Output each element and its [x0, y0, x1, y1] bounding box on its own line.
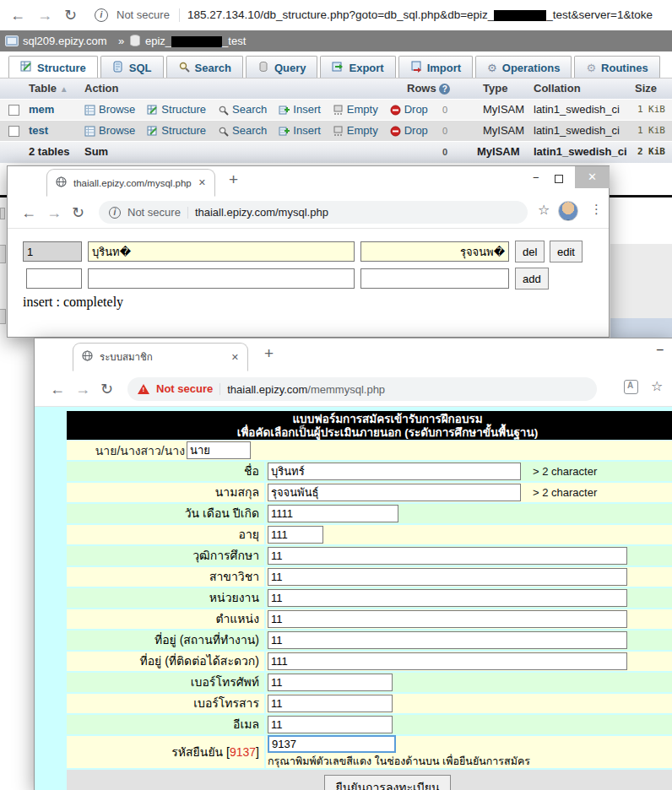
- row-checkbox[interactable]: [8, 105, 19, 116]
- browse-link[interactable]: Browse: [84, 100, 135, 120]
- forward-icon[interactable]: →: [46, 198, 62, 228]
- insert-link[interactable]: Insert: [279, 121, 321, 141]
- minimize-icon[interactable]: −: [533, 171, 539, 184]
- field-label: อีเมล: [67, 715, 264, 734]
- browser-tab[interactable]: ระบบสมาชิก ✕: [73, 343, 248, 371]
- structure-link[interactable]: Structure: [147, 121, 206, 141]
- edit-button[interactable]: edit: [550, 241, 583, 262]
- tab-import[interactable]: Import: [398, 56, 473, 78]
- tab-export[interactable]: Export: [320, 56, 395, 78]
- star-icon[interactable]: ☆: [538, 202, 550, 218]
- organization-input[interactable]: [268, 589, 627, 607]
- record-id-field[interactable]: [23, 241, 82, 262]
- back-icon[interactable]: ←: [10, 0, 25, 30]
- browser-tab[interactable]: thaiall.epizy.com/mysql.php ✕: [46, 169, 215, 197]
- lastname-input[interactable]: [268, 484, 521, 501]
- close-window-icon[interactable]: ✕: [575, 166, 610, 188]
- field-label: ชื่อ: [67, 462, 264, 481]
- search-link[interactable]: Search: [218, 100, 267, 120]
- form-page: แบบฟอร์มการสมัครเข้ารับการฝึกอบรม เพื่อค…: [35, 407, 672, 790]
- tab-sql[interactable]: SQL: [100, 56, 164, 78]
- new-surname-field[interactable]: [360, 268, 509, 289]
- record-name-field[interactable]: [88, 241, 355, 262]
- info-icon[interactable]: i: [95, 8, 108, 22]
- minimize-icon[interactable]: −: [656, 343, 664, 358]
- page-fragment: [0, 309, 6, 324]
- captcha-row: รหัสยืนยัน [9137] กรุณาพิมพ์ตัวเลขสีแดง …: [67, 736, 672, 768]
- submit-button[interactable]: ยืนยันการลงทะเบียน: [324, 775, 450, 790]
- new-tab-icon[interactable]: +: [229, 170, 238, 189]
- new-name-field[interactable]: [88, 268, 355, 289]
- structure-link[interactable]: Structure: [147, 100, 206, 120]
- close-tab-icon[interactable]: ✕: [198, 177, 206, 188]
- phone-input[interactable]: [268, 674, 393, 691]
- major-input[interactable]: [268, 568, 627, 586]
- table-footer-row: 2 tables Sum 0 MyISAM latin1_swedish_ci …: [0, 142, 672, 163]
- new-tab-icon[interactable]: +: [264, 344, 274, 363]
- breadcrumb-host[interactable]: sql209.epizy.com: [23, 30, 106, 51]
- url-pill[interactable]: i Not secure thaiall.epizy.com/mysql.php: [99, 201, 528, 224]
- captcha-input[interactable]: [268, 735, 396, 753]
- insert-link[interactable]: Insert: [279, 100, 321, 120]
- reload-icon[interactable]: ↻: [72, 198, 84, 228]
- age-input[interactable]: [268, 526, 323, 544]
- page-fragment: [0, 245, 6, 263]
- reload-icon[interactable]: ↻: [64, 0, 77, 30]
- field-label: นาย/นางสาว/นาง: [67, 441, 185, 460]
- form-row: เบอร์โทรศัพท์: [67, 673, 672, 692]
- del-button[interactable]: del: [515, 241, 545, 262]
- close-tab-icon[interactable]: ✕: [231, 352, 239, 363]
- maximize-icon[interactable]: [555, 175, 563, 183]
- back-icon[interactable]: ←: [50, 374, 65, 404]
- browse-link[interactable]: Browse: [84, 121, 135, 141]
- fax-input[interactable]: [268, 695, 393, 712]
- avatar[interactable]: [558, 201, 578, 221]
- wrench-icon: ⚙: [487, 62, 497, 74]
- menu-dots-icon[interactable]: ⋮: [590, 202, 603, 217]
- forward-icon[interactable]: →: [75, 374, 90, 404]
- birthdate-input[interactable]: [268, 505, 398, 522]
- back-icon[interactable]: ←: [21, 198, 36, 228]
- title-input[interactable]: [187, 441, 251, 459]
- star-icon[interactable]: ☆: [651, 378, 663, 394]
- education-input[interactable]: [268, 547, 627, 565]
- reload-icon[interactable]: ↻: [100, 374, 113, 404]
- tab-operations[interactable]: ⚙ Operations: [475, 56, 572, 78]
- collation-value[interactable]: latin1_swedish_ci: [534, 100, 620, 120]
- new-id-field[interactable]: [26, 268, 82, 289]
- table-row: mem Browse Structure Search Insert Empty…: [0, 100, 672, 120]
- record-surname-field[interactable]: [360, 241, 509, 262]
- tab-query[interactable]: Query: [246, 56, 318, 78]
- breadcrumb-db[interactable]: epiz__test: [145, 30, 246, 51]
- email-input[interactable]: [268, 716, 393, 733]
- position-input[interactable]: [268, 610, 627, 628]
- col-action: Action: [84, 78, 118, 99]
- url-pill[interactable]: Not secure thaiall.epizy.com/memmysql.ph…: [127, 377, 597, 401]
- tab-structure[interactable]: Structure: [8, 56, 98, 78]
- firstname-input[interactable]: [268, 463, 521, 480]
- table-name[interactable]: test: [29, 121, 48, 141]
- search-link[interactable]: Search: [218, 121, 267, 141]
- tab-search[interactable]: Search: [166, 56, 243, 78]
- empty-link[interactable]: Empty: [333, 100, 378, 120]
- url-text[interactable]: 185.27.134.10/db_structure.php?goto=db_s…: [187, 0, 653, 30]
- empty-link[interactable]: Empty: [333, 121, 378, 141]
- col-table[interactable]: Table ▲: [29, 78, 68, 100]
- db-suffix: _test: [222, 35, 246, 47]
- info-icon[interactable]: i: [109, 207, 121, 219]
- drop-icon: [390, 105, 401, 116]
- work-address-input[interactable]: [268, 631, 627, 649]
- collation-value[interactable]: latin1_swedish_ci: [534, 121, 620, 141]
- forward-icon[interactable]: →: [37, 0, 52, 30]
- insert-icon: [279, 105, 290, 116]
- add-button[interactable]: add: [515, 268, 549, 289]
- tab-routines[interactable]: ⚙ Routines: [574, 56, 659, 78]
- table-header-row: Table ▲ Action Rows ? Type Collation Siz…: [0, 78, 672, 99]
- contact-address-input[interactable]: [268, 652, 627, 670]
- translate-icon[interactable]: [624, 380, 638, 394]
- row-checkbox[interactable]: [8, 126, 19, 137]
- page-fragment: [610, 244, 672, 318]
- help-icon[interactable]: ?: [439, 84, 450, 95]
- structure-icon: [147, 105, 158, 116]
- table-name[interactable]: mem: [29, 100, 54, 120]
